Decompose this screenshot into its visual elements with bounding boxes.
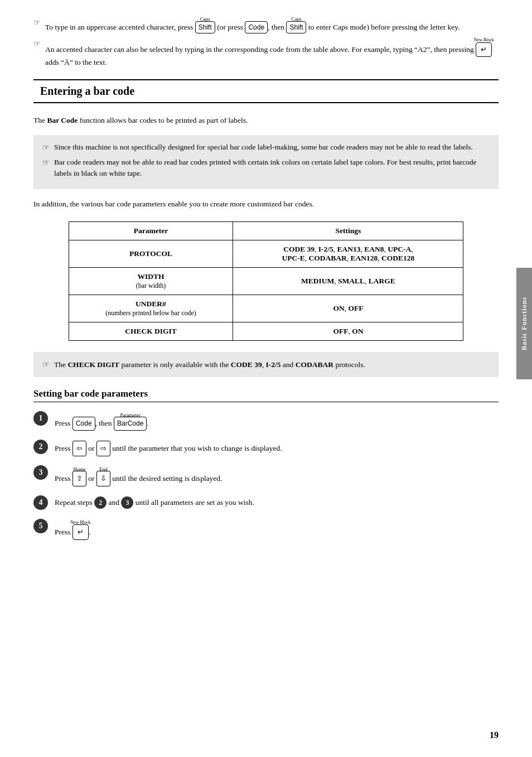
left-arrow-key: ⇦ <box>72 441 86 456</box>
param-name-3: UNDER# <box>136 300 166 308</box>
side-tab: Basic Functions <box>516 268 532 379</box>
step-number-4: 4 <box>33 495 48 510</box>
barcode-intro: The Bar Code function allows bar codes t… <box>33 114 499 127</box>
note-text-1: To type in an uppercase accented charact… <box>45 17 499 33</box>
shift-key-caps-wrapper-2: Caps Shift <box>286 21 306 33</box>
side-tab-label: Basic Functions <box>520 297 529 350</box>
table-cell-settings-1: CODE 39, I-2/5, EAN13, EAN8, UPC-A,UPC-E… <box>233 240 463 267</box>
note-icon-5: ☞ <box>42 359 50 371</box>
end-label: End <box>99 465 108 474</box>
step-number-1: 1 <box>33 411 48 426</box>
step-2: 2 Press ⇦ or ⇨ until the parameter that … <box>33 440 499 456</box>
table-row: UNDER# (numbers printed below bar code) … <box>69 295 463 322</box>
param-sub-2: (bar width) <box>136 282 166 290</box>
barcode-key-wrapper: Parameter BarCode <box>114 417 147 430</box>
code-key-step1: Code <box>72 417 95 430</box>
step-5: 5 Press New Block ↵ . <box>33 519 499 540</box>
table-row: CHECK DIGIT OFF, ON <box>69 322 463 340</box>
enter-key-step5: ↵ <box>72 524 89 540</box>
up-key-wrapper: Home ⇧ <box>72 471 86 486</box>
barcode-note-2: ☞ Bar code readers may not be able to re… <box>42 157 490 180</box>
page: Basic Functions ☞ To type in an uppercas… <box>0 0 532 757</box>
barcode-grey-notes: ☞ Since this machine is not specifically… <box>33 135 499 189</box>
right-arrow-key: ⇨ <box>96 441 110 456</box>
setting-params-heading: Setting bar code parameters <box>33 388 499 402</box>
param-name-2: WIDTH <box>137 272 164 281</box>
param-name-4: CHECK DIGIT <box>125 327 177 335</box>
step-content-2: Press ⇦ or ⇨ until the parameter that yo… <box>55 440 499 456</box>
barcode-key: BarCode <box>114 417 147 430</box>
top-notes: ☞ To type in an uppercase accented chara… <box>33 17 499 68</box>
code-key-1: Code <box>245 21 268 33</box>
shift-key-2: Shift <box>286 21 306 33</box>
barcode-note-text-1: Since this machine is not specifically d… <box>54 142 490 153</box>
enter-key-wrapper-top: New Block ↵ <box>476 42 492 57</box>
page-number: 19 <box>490 730 499 740</box>
step-content-5: Press New Block ↵ . <box>55 519 499 540</box>
barcode-note-text-2: Bar code readers may not be able to read… <box>54 157 490 180</box>
param-sub-3: (numbers printed below bar code) <box>105 309 196 317</box>
table-cell-param-3: UNDER# (numbers printed below bar code) <box>69 295 233 322</box>
note-icon-4: ☞ <box>42 158 50 167</box>
note-icon-3: ☞ <box>42 143 50 152</box>
table-cell-settings-3: ON, OFF <box>233 295 463 322</box>
param-name-1: PROTOCOL <box>129 249 172 258</box>
barcode-note-1: ☞ Since this machine is not specifically… <box>42 142 490 153</box>
shift-key-caps-wrapper: Caps Shift <box>195 21 215 33</box>
table-cell-param-1: PROTOCOL <box>69 240 233 267</box>
step-number-5: 5 <box>33 519 48 533</box>
new-block-label-top: New Block <box>474 37 494 44</box>
down-key-wrapper: End ⇩ <box>96 471 110 486</box>
table-header-settings: Settings <box>233 221 463 240</box>
table-row: PROTOCOL CODE 39, I-2/5, EAN13, EAN8, UP… <box>69 240 463 267</box>
check-digit-note: ☞ The CHECK DIGIT parameter is only avai… <box>33 352 499 378</box>
table-header-parameter: Parameter <box>69 221 233 240</box>
step-3: 3 Press Home ⇧ or End ⇩ until the desire… <box>33 465 499 486</box>
note-item-2: ☞ An accented character can also be sele… <box>33 38 499 68</box>
entering-barcode-heading: Entering a bar code <box>33 79 499 103</box>
step-content-1: Press Code, then Parameter BarCode . <box>55 411 499 430</box>
step-content-3: Press Home ⇧ or End ⇩ until the desired … <box>55 465 499 486</box>
note-icon-2: ☞ <box>33 39 41 49</box>
home-label: Home <box>73 465 85 474</box>
table-cell-settings-4: OFF, ON <box>233 322 463 340</box>
step-4: 4 Repeat steps 2 and 3 until all paramet… <box>33 495 499 510</box>
params-table: Parameter Settings PROTOCOL CODE 39, I-2… <box>69 221 464 341</box>
barcode-body: In addition, the various bar code parame… <box>33 198 499 210</box>
note-text-2: An accented character can also be select… <box>45 38 499 68</box>
steps-container: 1 Press Code, then Parameter BarCode . 2… <box>33 411 499 540</box>
enter-key-top: ↵ <box>476 42 492 57</box>
note-icon-1: ☞ <box>33 18 41 27</box>
step-1: 1 Press Code, then Parameter BarCode . <box>33 411 499 430</box>
step-ref-2: 2 <box>94 496 107 509</box>
check-digit-note-text: The CHECK DIGIT parameter is only availa… <box>54 359 365 371</box>
step-content-4: Repeat steps 2 and 3 until all parameter… <box>55 495 499 509</box>
table-cell-settings-2: MEDIUM, SMALL, LARGE <box>233 267 463 295</box>
enter-key-wrapper-step5: New Block ↵ <box>72 524 89 540</box>
table-cell-param-2: WIDTH (bar width) <box>69 267 233 295</box>
table-cell-param-4: CHECK DIGIT <box>69 322 233 340</box>
shift-key-1: Shift <box>195 21 215 33</box>
step-ref-3: 3 <box>121 496 133 509</box>
table-row: WIDTH (bar width) MEDIUM, SMALL, LARGE <box>69 267 463 295</box>
note-item-1: ☞ To type in an uppercase accented chara… <box>33 17 499 33</box>
new-block-label-step5: New Block <box>70 519 90 527</box>
step-number-2: 2 <box>33 440 48 454</box>
step-number-3: 3 <box>33 465 48 480</box>
